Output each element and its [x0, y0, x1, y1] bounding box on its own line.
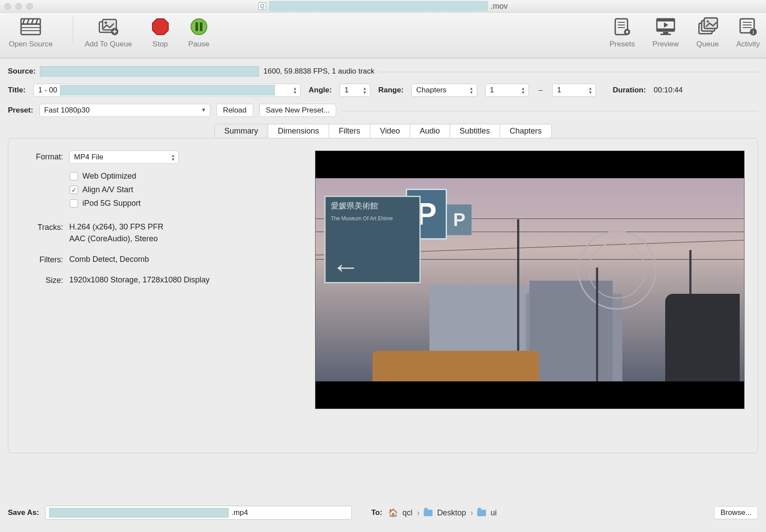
- format-label: Format:: [21, 151, 63, 162]
- ferris-wheel-icon: [578, 231, 656, 310]
- source-row: Source: 1600, 59.8838 FPS, 1 audio track: [8, 66, 758, 77]
- title-combo[interactable]: 1 - 00 ▲▼: [33, 84, 301, 97]
- angle-combo[interactable]: 1 ▲▼: [340, 84, 370, 97]
- path-seg-2[interactable]: ui: [490, 508, 496, 518]
- tab-dimensions[interactable]: Dimensions: [268, 124, 329, 138]
- saveas-input[interactable]: .mp4: [45, 506, 352, 520]
- tab-audio[interactable]: Audio: [410, 124, 450, 138]
- stepper-icon[interactable]: ▲▼: [170, 152, 177, 162]
- reload-button[interactable]: Reload: [216, 104, 253, 117]
- pause-icon: [188, 16, 209, 37]
- tabs: Summary Dimensions Filters Video Audio S…: [214, 124, 552, 138]
- stepper-icon[interactable]: ▲▼: [291, 85, 298, 95]
- svg-rect-28: [663, 32, 668, 34]
- svg-point-23: [626, 31, 628, 33]
- svg-point-33: [706, 21, 709, 23]
- path-seg-1[interactable]: Desktop: [437, 508, 466, 518]
- web-optimized-checkbox[interactable]: [70, 172, 78, 180]
- tracks-line2: AAC (CoreAudio), Stereo: [69, 233, 163, 245]
- minimize-window-icon[interactable]: [15, 3, 22, 10]
- document-icon: Q: [258, 2, 266, 10]
- tab-video[interactable]: Video: [370, 124, 410, 138]
- range-from-value: 1: [490, 86, 494, 95]
- queue-button[interactable]: Queue: [688, 16, 727, 49]
- presets-icon: [612, 16, 633, 37]
- stepper-icon[interactable]: ▲▼: [361, 85, 368, 95]
- window-title: Q .mov: [258, 1, 507, 11]
- svg-rect-0: [21, 24, 40, 35]
- range-to-value: 1: [557, 86, 561, 95]
- save-new-preset-button[interactable]: Save New Preset...: [259, 104, 337, 117]
- stepper-icon[interactable]: ▲▼: [468, 85, 475, 95]
- pause-label: Pause: [188, 40, 209, 49]
- open-source-button[interactable]: Open Source: [0, 16, 70, 49]
- destination-path[interactable]: 🏠 qcl › Desktop › ui: [388, 508, 496, 518]
- duration-value: 00:10:44: [654, 86, 683, 95]
- angle-label: Angle:: [309, 86, 332, 95]
- format-value: MP4 File: [74, 153, 103, 162]
- range-to-combo[interactable]: 1 ▲▼: [552, 84, 596, 97]
- clapperboard-icon: [20, 16, 41, 37]
- activity-button[interactable]: i Activity: [727, 16, 766, 49]
- browse-label: Browse...: [720, 508, 752, 517]
- svg-point-10: [105, 21, 107, 24]
- align-av-row[interactable]: Align A/V Start: [70, 185, 267, 194]
- format-combo[interactable]: MP4 File ▲▼: [69, 151, 179, 164]
- preview-button[interactable]: Preview: [644, 16, 688, 49]
- path-seg-0[interactable]: qcl: [402, 508, 412, 518]
- browse-button[interactable]: Browse...: [714, 506, 758, 519]
- to-label: To:: [371, 508, 382, 517]
- window-titlebar: Q .mov: [0, 0, 766, 13]
- align-av-checkbox[interactable]: [70, 186, 78, 194]
- size-label: Size:: [21, 274, 63, 285]
- pause-button[interactable]: Pause: [180, 16, 218, 49]
- stop-icon: [150, 16, 171, 37]
- svg-text:i: i: [752, 29, 754, 35]
- presets-button[interactable]: Presets: [601, 16, 644, 49]
- filters-label: Filters:: [21, 254, 63, 264]
- stepper-icon[interactable]: ▲▼: [520, 85, 527, 95]
- add-to-queue-label: Add To Queue: [85, 40, 132, 49]
- toolbar-separator: [73, 16, 73, 43]
- svg-point-15: [191, 19, 207, 35]
- stop-button[interactable]: Stop: [141, 16, 180, 49]
- range-from-combo[interactable]: 1 ▲▼: [485, 84, 529, 97]
- add-to-queue-button[interactable]: Add To Queue: [76, 16, 141, 49]
- preview-label: Preview: [653, 40, 679, 49]
- svg-rect-17: [200, 22, 202, 31]
- close-window-icon[interactable]: [4, 3, 11, 10]
- bottom-bar: Save As: .mp4 To: 🏠 qcl › Desktop › ui B…: [0, 499, 766, 532]
- angle-value: 1: [344, 86, 348, 95]
- preset-value: Fast 1080p30: [44, 106, 90, 115]
- open-source-label: Open Source: [9, 40, 53, 49]
- home-icon: 🏠: [388, 508, 398, 518]
- tab-chapters[interactable]: Chapters: [500, 124, 551, 138]
- web-optimized-row[interactable]: Web Optimized: [70, 172, 267, 181]
- video-preview[interactable]: P P 愛媛県美術館 The Museum Of Art Ehime ←: [315, 151, 745, 409]
- window-controls[interactable]: [4, 3, 33, 10]
- range-mode-combo[interactable]: Chapters ▲▼: [411, 84, 477, 97]
- saveas-filename-redacted: [49, 508, 229, 518]
- svg-line-5: [36, 19, 38, 24]
- divider: [342, 111, 758, 111]
- presets-label: Presets: [610, 40, 635, 49]
- ipod5g-checkbox[interactable]: [70, 199, 78, 208]
- ipod5g-row[interactable]: iPod 5G Support: [70, 199, 267, 208]
- range-label: Range:: [378, 86, 404, 95]
- tracks-value: H.264 (x264), 30 FPS PFR AAC (CoreAudio)…: [69, 221, 163, 245]
- tab-subtitles[interactable]: Subtitles: [450, 124, 500, 138]
- reload-label: Reload: [223, 106, 247, 115]
- preset-combo[interactable]: Fast 1080p30 ▼: [39, 104, 210, 117]
- web-optimized-label: Web Optimized: [82, 172, 136, 181]
- chevron-right-icon: ›: [470, 508, 473, 518]
- source-path-redacted: [40, 66, 259, 77]
- svg-rect-29: [660, 34, 671, 35]
- save-new-preset-label: Save New Preset...: [266, 106, 330, 115]
- range-dash: –: [537, 86, 544, 95]
- stop-label: Stop: [152, 40, 168, 49]
- preset-row: Preset: Fast 1080p30 ▼ Reload Save New P…: [8, 104, 758, 117]
- stepper-icon[interactable]: ▲▼: [587, 85, 594, 95]
- zoom-window-icon[interactable]: [26, 3, 33, 10]
- tab-filters[interactable]: Filters: [329, 124, 370, 138]
- tab-summary[interactable]: Summary: [215, 124, 268, 138]
